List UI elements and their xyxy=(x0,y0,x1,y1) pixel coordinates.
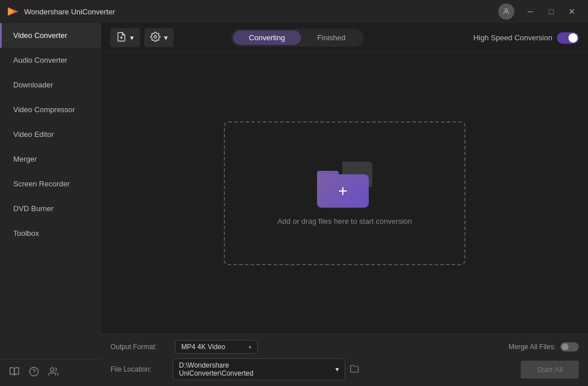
sidebar: Video Converter Audio Converter Download… xyxy=(0,23,101,386)
format-chevron-icon: ▾ xyxy=(249,344,251,350)
drop-zone-text: Add or drag files here to start conversi… xyxy=(277,217,412,226)
toolbar: ▾ ▾ Converting Finished xyxy=(101,23,588,53)
close-button[interactable]: ✕ xyxy=(563,2,581,21)
help-icon[interactable] xyxy=(29,366,39,379)
file-location-row: File Location: D:\Wondershare UniConvert… xyxy=(110,358,579,380)
titlebar-controls: ─ □ ✕ xyxy=(498,2,581,21)
sidebar-bottom xyxy=(0,359,101,386)
merge-toggle-switch[interactable] xyxy=(560,342,579,351)
speed-label: High Speed Conversion xyxy=(474,33,552,42)
sidebar-item-toolbox[interactable]: Toolbox xyxy=(0,221,101,246)
minimize-button[interactable]: ─ xyxy=(521,2,540,21)
titlebar: Wondershare UniConverter ─ □ ✕ xyxy=(0,0,588,23)
sidebar-item-video-editor[interactable]: Video Editor xyxy=(0,122,101,147)
output-format-row: Output Format: MP4 4K Video ▾ Merge All … xyxy=(110,340,579,354)
speed-toggle-switch[interactable] xyxy=(557,32,579,44)
drop-zone[interactable]: + Add or drag files here to start conver… xyxy=(224,121,465,265)
app-logo xyxy=(7,5,20,18)
content-area: ▾ ▾ Converting Finished xyxy=(101,23,588,386)
sidebar-item-video-converter[interactable]: Video Converter xyxy=(0,23,101,48)
add-screen-icon xyxy=(150,32,161,44)
add-files-chevron: ▾ xyxy=(130,33,134,42)
sidebar-item-downloader[interactable]: Downloader xyxy=(0,72,101,97)
output-format-label: Output Format: xyxy=(110,343,168,351)
svg-point-3 xyxy=(30,368,39,376)
open-folder-icon[interactable] xyxy=(350,364,359,375)
merge-files-area: Merge All Files: xyxy=(509,342,579,351)
add-screen-button[interactable]: ▾ xyxy=(144,28,174,47)
add-files-icon xyxy=(116,32,127,44)
folder-plus-icon: + xyxy=(338,183,348,199)
sidebar-item-audio-converter[interactable]: Audio Converter xyxy=(0,48,101,72)
folder-front: + xyxy=(317,174,369,208)
sidebar-item-screen-recorder[interactable]: Screen Recorder xyxy=(0,171,101,196)
sidebar-item-video-compressor[interactable]: Video Compressor xyxy=(0,97,101,122)
svg-point-2 xyxy=(505,9,508,12)
merge-toggle-knob xyxy=(562,343,568,350)
add-screen-chevron: ▾ xyxy=(164,33,168,42)
start-all-button[interactable]: Start All xyxy=(521,361,579,379)
tab-toggle: Converting Finished xyxy=(231,29,364,47)
file-location-select[interactable]: D:\Wondershare UniConverter\Converted ▾ xyxy=(173,358,345,380)
sidebar-item-dvd-burner[interactable]: DVD Burner xyxy=(0,196,101,221)
bottom-bar: Output Format: MP4 4K Video ▾ Merge All … xyxy=(101,334,588,386)
file-location-label: File Location: xyxy=(110,365,168,373)
tab-finished[interactable]: Finished xyxy=(301,30,361,45)
location-chevron-icon: ▾ xyxy=(335,365,339,373)
drop-zone-wrapper: + Add or drag files here to start conver… xyxy=(101,53,588,334)
speed-toggle-area: High Speed Conversion xyxy=(474,32,579,44)
main-layout: Video Converter Audio Converter Download… xyxy=(0,23,588,386)
merge-files-label: Merge All Files: xyxy=(509,343,556,351)
add-files-button[interactable]: ▾ xyxy=(110,28,140,47)
svg-point-5 xyxy=(51,368,54,371)
output-format-select[interactable]: MP4 4K Video ▾ xyxy=(175,340,258,354)
toggle-knob xyxy=(568,33,578,43)
maximize-button[interactable]: □ xyxy=(542,2,560,21)
book-icon[interactable] xyxy=(9,366,20,379)
sidebar-item-merger[interactable]: Merger xyxy=(0,147,101,171)
user-avatar[interactable] xyxy=(498,3,514,20)
tab-converting[interactable]: Converting xyxy=(233,30,301,45)
folder-icon: + xyxy=(317,162,372,208)
titlebar-left: Wondershare UniConverter xyxy=(7,5,115,18)
users-icon[interactable] xyxy=(48,366,59,379)
app-title: Wondershare UniConverter xyxy=(24,7,115,16)
svg-point-8 xyxy=(154,36,157,39)
